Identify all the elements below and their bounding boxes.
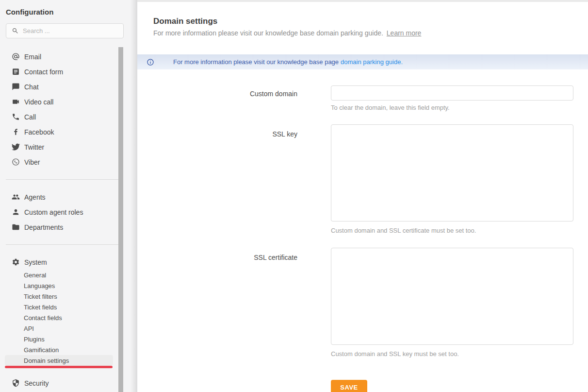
video-call-icon bbox=[12, 98, 20, 106]
sidebar-subitem-languages[interactable]: Languages bbox=[0, 280, 137, 291]
custom-domain-helper: To clear the domain, leave this field em… bbox=[331, 104, 573, 111]
domain-settings-panel: Domain settings For more information ple… bbox=[137, 2, 588, 392]
sidebar-item-label: Video call bbox=[24, 98, 53, 106]
search-input[interactable] bbox=[23, 27, 115, 34]
sidebar-item-label: Agents bbox=[24, 193, 46, 201]
sidebar-subitem-label: General bbox=[24, 272, 46, 279]
sidebar-item-label: Custom agent roles bbox=[24, 208, 83, 216]
page-title: Domain settings bbox=[153, 17, 588, 26]
email-icon bbox=[12, 52, 20, 61]
sidebar-item-label: Facebook bbox=[24, 128, 54, 136]
sidebar-item-video-call[interactable]: Video call bbox=[0, 94, 137, 109]
sidebar-item-label: Viber bbox=[24, 158, 40, 166]
sidebar-subitem-label: Domain settings bbox=[24, 357, 69, 364]
ssl-certificate-textarea[interactable] bbox=[331, 248, 573, 345]
sidebar-subitem-label: Ticket filters bbox=[24, 293, 57, 300]
sidebar-subitem-label: Languages bbox=[24, 282, 55, 290]
ssl-key-row: SSL key Custom domain and SSL certificat… bbox=[137, 124, 588, 234]
sidebar-subitem-contact-fields[interactable]: Contact fields bbox=[0, 312, 137, 323]
custom-domain-input[interactable] bbox=[331, 85, 573, 101]
sidebar-subitem-label: Gamification bbox=[24, 346, 59, 354]
ssl-key-helper: Custom domain and SSL certificate must b… bbox=[331, 227, 573, 234]
folder-icon bbox=[12, 223, 20, 231]
ssl-key-textarea[interactable] bbox=[331, 124, 573, 222]
sidebar-subitem-gamification[interactable]: Gamification bbox=[0, 344, 137, 355]
sidebar-item-label: Chat bbox=[24, 83, 39, 91]
sidebar-item-viber[interactable]: Viber bbox=[0, 154, 137, 170]
sidebar-item-label: System bbox=[24, 258, 47, 266]
viber-icon bbox=[12, 158, 20, 166]
chat-icon bbox=[12, 83, 20, 91]
ssl-key-field-wrap: Custom domain and SSL certificate must b… bbox=[331, 124, 573, 234]
sidebar-item-label: Email bbox=[24, 53, 41, 61]
sidebar-item-email[interactable]: Email bbox=[0, 49, 137, 64]
ssl-certificate-field-wrap: Custom domain and SSL key must be set to… bbox=[331, 248, 573, 358]
sidebar-subitem-label: Contact fields bbox=[24, 314, 62, 322]
custom-domain-field-wrap: To clear the domain, leave this field em… bbox=[331, 85, 573, 111]
sidebar-item-label: Contact form bbox=[24, 68, 63, 76]
page-subtitle: For more information please visit our kn… bbox=[153, 29, 588, 37]
search-icon bbox=[12, 27, 19, 34]
agents-icon bbox=[12, 193, 20, 201]
gear-icon bbox=[12, 258, 20, 266]
sidebar-subitem-plugins[interactable]: Plugins bbox=[0, 334, 137, 344]
info-banner: For more information please visit our kn… bbox=[137, 54, 588, 69]
configuration-sidebar: Configuration Email Contact form Chat Vi… bbox=[0, 0, 137, 392]
save-button[interactable]: SAVE bbox=[331, 380, 367, 392]
sidebar-subitem-ticket-fields[interactable]: Ticket fields bbox=[0, 302, 137, 312]
facebook-icon bbox=[12, 128, 20, 136]
page-header: Domain settings For more information ple… bbox=[137, 2, 588, 37]
save-row: SAVE bbox=[331, 380, 588, 392]
sidebar-item-label: Departments bbox=[24, 223, 63, 231]
sidebar-item-label: Call bbox=[24, 113, 36, 121]
sidebar-item-label: Twitter bbox=[24, 143, 44, 151]
sidebar-item-facebook[interactable]: Facebook bbox=[0, 124, 137, 139]
custom-domain-label: Custom domain bbox=[137, 85, 297, 111]
contact-form-icon bbox=[12, 68, 20, 76]
ssl-certificate-row: SSL certificate Custom domain and SSL ke… bbox=[137, 248, 588, 358]
shield-icon bbox=[12, 379, 20, 387]
sidebar-nav: Email Contact form Chat Video call Call … bbox=[0, 49, 137, 391]
sidebar-subitem-general[interactable]: General bbox=[0, 270, 137, 280]
sidebar-item-twitter[interactable]: Twitter bbox=[0, 139, 137, 154]
sidebar-item-chat[interactable]: Chat bbox=[0, 79, 137, 94]
sidebar-title: Configuration bbox=[6, 8, 137, 16]
sidebar-item-departments[interactable]: Departments bbox=[0, 220, 137, 235]
sidebar-item-system[interactable]: System bbox=[0, 255, 137, 270]
domain-settings-form: Custom domain To clear the domain, leave… bbox=[137, 85, 588, 392]
main-area: Domain settings For more information ple… bbox=[137, 0, 588, 392]
sidebar-item-agents[interactable]: Agents bbox=[0, 189, 137, 205]
sidebar-scrollbar[interactable] bbox=[118, 47, 123, 392]
page-subtitle-text: For more information please visit our kn… bbox=[153, 29, 383, 37]
sidebar-item-custom-agent-roles[interactable]: Custom agent roles bbox=[0, 205, 137, 220]
ssl-certificate-helper: Custom domain and SSL key must be set to… bbox=[331, 350, 573, 358]
sidebar-search[interactable] bbox=[6, 23, 124, 38]
sidebar-divider bbox=[6, 179, 119, 180]
sidebar-subitem-api[interactable]: API bbox=[0, 323, 137, 334]
person-icon bbox=[12, 208, 20, 216]
sidebar-subitem-label: Ticket fields bbox=[24, 304, 57, 311]
ssl-certificate-label: SSL certificate bbox=[137, 248, 297, 358]
learn-more-link[interactable]: Learn more bbox=[387, 29, 422, 37]
sidebar-divider bbox=[6, 244, 119, 245]
sidebar-subitem-domain-settings[interactable]: Domain settings bbox=[5, 355, 113, 366]
call-icon bbox=[12, 113, 20, 121]
info-icon bbox=[147, 58, 154, 66]
sidebar-item-contact-form[interactable]: Contact form bbox=[0, 64, 137, 79]
ssl-key-label: SSL key bbox=[137, 124, 297, 234]
sidebar-item-call[interactable]: Call bbox=[0, 109, 137, 124]
twitter-icon bbox=[12, 143, 20, 151]
sidebar-subitem-ticket-filters[interactable]: Ticket filters bbox=[0, 291, 137, 302]
sidebar-item-label: Security bbox=[24, 379, 49, 387]
banner-link-domain-parking-guide[interactable]: domain parking guide. bbox=[341, 58, 403, 66]
sidebar-item-security[interactable]: Security bbox=[0, 375, 137, 391]
banner-text: For more information please visit our kn… bbox=[173, 58, 339, 66]
sidebar-subitem-label: API bbox=[24, 325, 34, 332]
sidebar-subitem-label: Plugins bbox=[24, 336, 45, 343]
custom-domain-row: Custom domain To clear the domain, leave… bbox=[137, 85, 588, 111]
